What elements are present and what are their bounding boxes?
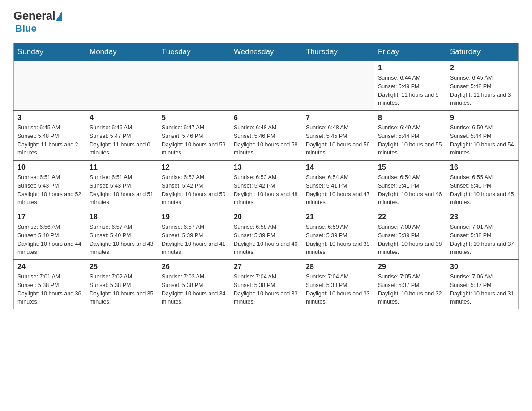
calendar-cell: 3Sunrise: 6:45 AMSunset: 5:48 PMDaylight… (14, 111, 86, 160)
day-info: Sunrise: 6:46 AMSunset: 5:47 PMDaylight:… (90, 124, 154, 157)
calendar-week-row: 17Sunrise: 6:56 AMSunset: 5:40 PMDayligh… (14, 210, 519, 260)
logo-general-text: General (13, 9, 55, 23)
calendar-cell: 30Sunrise: 7:06 AMSunset: 5:37 PMDayligh… (446, 260, 519, 309)
calendar-header-wednesday: Wednesday (230, 43, 302, 61)
day-info: Sunrise: 6:55 AMSunset: 5:40 PMDaylight:… (450, 173, 515, 207)
calendar-cell (86, 61, 158, 111)
day-number: 19 (162, 213, 226, 221)
calendar-cell: 24Sunrise: 7:01 AMSunset: 5:38 PMDayligh… (14, 260, 86, 309)
calendar-cell: 21Sunrise: 6:59 AMSunset: 5:39 PMDayligh… (302, 210, 374, 260)
calendar-cell: 11Sunrise: 6:51 AMSunset: 5:43 PMDayligh… (86, 160, 158, 210)
day-info: Sunrise: 6:59 AMSunset: 5:39 PMDaylight:… (306, 223, 370, 257)
calendar-cell: 8Sunrise: 6:49 AMSunset: 5:44 PMDaylight… (374, 111, 446, 160)
day-number: 15 (378, 163, 442, 171)
calendar-header-friday: Friday (374, 43, 446, 61)
day-info: Sunrise: 6:48 AMSunset: 5:45 PMDaylight:… (306, 124, 370, 157)
day-info: Sunrise: 6:54 AMSunset: 5:41 PMDaylight:… (378, 173, 442, 207)
day-info: Sunrise: 6:51 AMSunset: 5:43 PMDaylight:… (90, 173, 154, 207)
day-info: Sunrise: 7:04 AMSunset: 5:38 PMDaylight:… (234, 273, 298, 306)
day-number: 28 (306, 263, 370, 271)
day-info: Sunrise: 6:52 AMSunset: 5:42 PMDaylight:… (162, 173, 226, 207)
day-info: Sunrise: 6:50 AMSunset: 5:44 PMDaylight:… (450, 124, 515, 157)
day-number: 26 (162, 263, 226, 271)
day-info: Sunrise: 7:04 AMSunset: 5:38 PMDaylight:… (306, 273, 370, 306)
calendar-cell: 23Sunrise: 7:01 AMSunset: 5:38 PMDayligh… (446, 210, 519, 260)
calendar-cell: 5Sunrise: 6:47 AMSunset: 5:46 PMDaylight… (158, 111, 230, 160)
day-info: Sunrise: 6:53 AMSunset: 5:42 PMDaylight:… (234, 173, 298, 207)
calendar-cell: 4Sunrise: 6:46 AMSunset: 5:47 PMDaylight… (86, 111, 158, 160)
calendar-header-saturday: Saturday (446, 43, 519, 61)
day-number: 12 (162, 163, 226, 171)
day-info: Sunrise: 6:57 AMSunset: 5:40 PMDaylight:… (90, 223, 154, 257)
day-number: 27 (234, 263, 298, 271)
day-number: 3 (17, 114, 82, 122)
calendar-cell (302, 61, 374, 111)
day-info: Sunrise: 7:03 AMSunset: 5:38 PMDaylight:… (162, 273, 226, 306)
calendar-week-row: 24Sunrise: 7:01 AMSunset: 5:38 PMDayligh… (14, 260, 519, 309)
day-number: 14 (306, 163, 370, 171)
day-number: 20 (234, 213, 298, 221)
calendar-cell: 26Sunrise: 7:03 AMSunset: 5:38 PMDayligh… (158, 260, 230, 309)
day-number: 21 (306, 213, 370, 221)
calendar-cell: 9Sunrise: 6:50 AMSunset: 5:44 PMDaylight… (446, 111, 519, 160)
calendar-cell: 22Sunrise: 7:00 AMSunset: 5:39 PMDayligh… (374, 210, 446, 260)
calendar-cell: 25Sunrise: 7:02 AMSunset: 5:38 PMDayligh… (86, 260, 158, 309)
calendar-table: SundayMondayTuesdayWednesdayThursdayFrid… (13, 43, 519, 309)
day-number: 23 (450, 213, 515, 221)
calendar-cell: 19Sunrise: 6:57 AMSunset: 5:39 PMDayligh… (158, 210, 230, 260)
day-info: Sunrise: 6:45 AMSunset: 5:48 PMDaylight:… (450, 74, 515, 107)
day-number: 6 (234, 114, 298, 122)
day-number: 4 (90, 114, 154, 122)
day-number: 17 (17, 213, 82, 221)
calendar-cell: 29Sunrise: 7:05 AMSunset: 5:37 PMDayligh… (374, 260, 446, 309)
day-info: Sunrise: 7:01 AMSunset: 5:38 PMDaylight:… (450, 223, 515, 257)
day-info: Sunrise: 6:47 AMSunset: 5:46 PMDaylight:… (162, 124, 226, 157)
calendar-header-monday: Monday (86, 43, 158, 61)
day-info: Sunrise: 6:49 AMSunset: 5:44 PMDaylight:… (378, 124, 442, 157)
day-info: Sunrise: 6:51 AMSunset: 5:43 PMDaylight:… (17, 173, 82, 207)
day-info: Sunrise: 7:01 AMSunset: 5:38 PMDaylight:… (17, 273, 82, 306)
calendar-cell: 18Sunrise: 6:57 AMSunset: 5:40 PMDayligh… (86, 210, 158, 260)
calendar-week-row: 3Sunrise: 6:45 AMSunset: 5:48 PMDaylight… (14, 111, 519, 160)
day-number: 29 (378, 263, 442, 271)
day-number: 5 (162, 114, 226, 122)
day-number: 22 (378, 213, 442, 221)
calendar-header-row: SundayMondayTuesdayWednesdayThursdayFrid… (14, 43, 519, 61)
day-info: Sunrise: 6:56 AMSunset: 5:40 PMDaylight:… (17, 223, 82, 257)
day-info: Sunrise: 7:02 AMSunset: 5:38 PMDaylight:… (90, 273, 154, 306)
day-number: 25 (90, 263, 154, 271)
calendar-week-row: 1Sunrise: 6:44 AMSunset: 5:49 PMDaylight… (14, 61, 519, 111)
logo-blue-text: Blue (15, 23, 37, 34)
calendar-header-tuesday: Tuesday (158, 43, 230, 61)
day-info: Sunrise: 7:05 AMSunset: 5:37 PMDaylight:… (378, 273, 442, 306)
day-number: 7 (306, 114, 370, 122)
calendar-cell: 1Sunrise: 6:44 AMSunset: 5:49 PMDaylight… (374, 61, 446, 111)
day-number: 10 (17, 163, 82, 171)
day-number: 24 (17, 263, 82, 271)
calendar-cell: 12Sunrise: 6:52 AMSunset: 5:42 PMDayligh… (158, 160, 230, 210)
day-number: 13 (234, 163, 298, 171)
logo: General Blue (13, 9, 62, 34)
calendar-cell: 6Sunrise: 6:48 AMSunset: 5:46 PMDaylight… (230, 111, 302, 160)
calendar-week-row: 10Sunrise: 6:51 AMSunset: 5:43 PMDayligh… (14, 160, 519, 210)
day-number: 1 (378, 64, 442, 72)
page-header: General Blue (13, 9, 519, 34)
calendar-cell: 15Sunrise: 6:54 AMSunset: 5:41 PMDayligh… (374, 160, 446, 210)
day-info: Sunrise: 7:00 AMSunset: 5:39 PMDaylight:… (378, 223, 442, 257)
calendar-cell: 27Sunrise: 7:04 AMSunset: 5:38 PMDayligh… (230, 260, 302, 309)
day-number: 2 (450, 64, 515, 72)
day-info: Sunrise: 6:48 AMSunset: 5:46 PMDaylight:… (234, 124, 298, 157)
calendar-cell (158, 61, 230, 111)
calendar-cell: 10Sunrise: 6:51 AMSunset: 5:43 PMDayligh… (14, 160, 86, 210)
day-number: 18 (90, 213, 154, 221)
calendar-cell (14, 61, 86, 111)
day-info: Sunrise: 7:06 AMSunset: 5:37 PMDaylight:… (450, 273, 515, 306)
day-number: 30 (450, 263, 515, 271)
day-info: Sunrise: 6:57 AMSunset: 5:39 PMDaylight:… (162, 223, 226, 257)
calendar-cell: 13Sunrise: 6:53 AMSunset: 5:42 PMDayligh… (230, 160, 302, 210)
calendar-cell: 16Sunrise: 6:55 AMSunset: 5:40 PMDayligh… (446, 160, 519, 210)
calendar-cell: 28Sunrise: 7:04 AMSunset: 5:38 PMDayligh… (302, 260, 374, 309)
calendar-cell: 2Sunrise: 6:45 AMSunset: 5:48 PMDaylight… (446, 61, 519, 111)
day-info: Sunrise: 6:45 AMSunset: 5:48 PMDaylight:… (17, 124, 82, 157)
calendar-cell: 7Sunrise: 6:48 AMSunset: 5:45 PMDaylight… (302, 111, 374, 160)
